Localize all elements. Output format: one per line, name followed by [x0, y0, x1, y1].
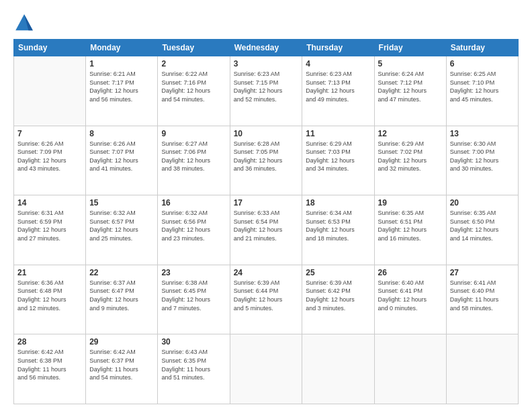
day-number: 19	[378, 198, 443, 208]
day-cell: 18Sunrise: 6:34 AMSunset: 6:53 PMDayligh…	[302, 195, 374, 265]
day-cell: 11Sunrise: 6:29 AMSunset: 7:03 PMDayligh…	[302, 126, 374, 195]
day-info: Sunrise: 6:23 AMSunset: 7:13 PMDaylight:…	[306, 70, 370, 103]
weekday-header-thursday: Thursday	[302, 40, 374, 56]
day-info: Sunrise: 6:33 AMSunset: 6:54 PMDaylight:…	[234, 209, 299, 242]
day-info: Sunrise: 6:29 AMSunset: 7:03 PMDaylight:…	[306, 140, 370, 173]
weekday-header-friday: Friday	[374, 40, 446, 56]
day-number: 13	[450, 129, 515, 138]
day-cell: 7Sunrise: 6:26 AMSunset: 7:09 PMDaylight…	[14, 126, 86, 195]
day-number: 20	[450, 198, 515, 208]
day-number: 2	[161, 59, 226, 68]
day-number: 15	[89, 198, 154, 208]
day-info: Sunrise: 6:37 AMSunset: 6:47 PMDaylight:…	[89, 279, 154, 312]
day-number: 8	[89, 129, 154, 138]
day-info: Sunrise: 6:40 AMSunset: 6:41 PMDaylight:…	[378, 279, 443, 312]
page: SundayMondayTuesdayWednesdayThursdayFrid…	[0, 0, 532, 411]
day-info: Sunrise: 6:41 AMSunset: 6:40 PMDaylight:…	[450, 279, 515, 312]
day-info: Sunrise: 6:26 AMSunset: 7:09 PMDaylight:…	[17, 140, 82, 173]
day-info: Sunrise: 6:26 AMSunset: 7:07 PMDaylight:…	[89, 140, 154, 173]
day-number: 29	[89, 337, 154, 347]
day-number: 24	[234, 268, 299, 277]
weekday-header-tuesday: Tuesday	[158, 40, 230, 56]
day-number: 21	[17, 268, 82, 277]
weekday-header-sunday: Sunday	[14, 40, 86, 56]
day-info: Sunrise: 6:22 AMSunset: 7:16 PMDaylight:…	[161, 70, 226, 103]
day-info: Sunrise: 6:23 AMSunset: 7:15 PMDaylight:…	[234, 70, 299, 103]
day-number: 30	[161, 337, 226, 347]
day-cell: 29Sunrise: 6:42 AMSunset: 6:37 PMDayligh…	[86, 334, 158, 404]
day-number: 25	[306, 268, 370, 277]
day-cell	[14, 56, 86, 126]
day-number: 9	[161, 129, 226, 138]
day-cell: 3Sunrise: 6:23 AMSunset: 7:15 PMDaylight…	[230, 56, 302, 126]
day-cell: 30Sunrise: 6:43 AMSunset: 6:35 PMDayligh…	[158, 334, 230, 404]
day-cell: 15Sunrise: 6:32 AMSunset: 6:57 PMDayligh…	[86, 195, 158, 265]
day-cell: 24Sunrise: 6:39 AMSunset: 6:44 PMDayligh…	[230, 265, 302, 334]
day-number: 18	[306, 198, 370, 208]
day-cell: 12Sunrise: 6:29 AMSunset: 7:02 PMDayligh…	[374, 126, 446, 195]
day-cell: 25Sunrise: 6:39 AMSunset: 6:42 PMDayligh…	[302, 265, 374, 334]
day-number: 14	[17, 198, 82, 208]
day-cell: 14Sunrise: 6:31 AMSunset: 6:59 PMDayligh…	[14, 195, 86, 265]
day-number: 1	[89, 59, 154, 68]
day-number: 27	[450, 268, 515, 277]
weekday-header-wednesday: Wednesday	[230, 40, 302, 56]
day-info: Sunrise: 6:34 AMSunset: 6:53 PMDaylight:…	[306, 209, 370, 242]
day-info: Sunrise: 6:32 AMSunset: 6:57 PMDaylight:…	[89, 209, 154, 242]
day-info: Sunrise: 6:42 AMSunset: 6:37 PMDaylight:…	[89, 348, 154, 381]
day-cell	[446, 334, 518, 404]
day-info: Sunrise: 6:39 AMSunset: 6:42 PMDaylight:…	[306, 279, 370, 312]
day-cell: 6Sunrise: 6:25 AMSunset: 7:10 PMDaylight…	[446, 56, 518, 126]
day-info: Sunrise: 6:35 AMSunset: 6:51 PMDaylight:…	[378, 209, 443, 242]
day-info: Sunrise: 6:30 AMSunset: 7:00 PMDaylight:…	[450, 140, 515, 173]
day-info: Sunrise: 6:31 AMSunset: 6:59 PMDaylight:…	[17, 209, 82, 242]
day-number: 12	[378, 129, 443, 138]
day-cell: 20Sunrise: 6:35 AMSunset: 6:50 PMDayligh…	[446, 195, 518, 265]
day-cell: 21Sunrise: 6:36 AMSunset: 6:48 PMDayligh…	[14, 265, 86, 334]
week-row-2: 14Sunrise: 6:31 AMSunset: 6:59 PMDayligh…	[14, 195, 519, 265]
day-number: 6	[450, 59, 515, 68]
day-number: 11	[306, 129, 370, 138]
day-number: 3	[234, 59, 299, 68]
day-info: Sunrise: 6:43 AMSunset: 6:35 PMDaylight:…	[161, 348, 226, 381]
calendar: SundayMondayTuesdayWednesdayThursdayFrid…	[13, 39, 519, 404]
day-info: Sunrise: 6:27 AMSunset: 7:06 PMDaylight:…	[161, 140, 226, 173]
day-info: Sunrise: 6:42 AMSunset: 6:38 PMDaylight:…	[17, 348, 82, 381]
logo	[13, 12, 38, 34]
day-cell: 2Sunrise: 6:22 AMSunset: 7:16 PMDaylight…	[158, 56, 230, 126]
day-cell: 28Sunrise: 6:42 AMSunset: 6:38 PMDayligh…	[14, 334, 86, 404]
day-cell: 9Sunrise: 6:27 AMSunset: 7:06 PMDaylight…	[158, 126, 230, 195]
day-number: 22	[89, 268, 154, 277]
day-number: 17	[234, 198, 299, 208]
day-cell: 19Sunrise: 6:35 AMSunset: 6:51 PMDayligh…	[374, 195, 446, 265]
logo-icon	[13, 12, 35, 34]
day-cell	[230, 334, 302, 404]
week-row-1: 7Sunrise: 6:26 AMSunset: 7:09 PMDaylight…	[14, 126, 519, 195]
day-cell: 5Sunrise: 6:24 AMSunset: 7:12 PMDaylight…	[374, 56, 446, 126]
day-info: Sunrise: 6:32 AMSunset: 6:56 PMDaylight:…	[161, 209, 226, 242]
day-info: Sunrise: 6:36 AMSunset: 6:48 PMDaylight:…	[17, 279, 82, 312]
day-number: 26	[378, 268, 443, 277]
weekday-header-monday: Monday	[86, 40, 158, 56]
day-cell: 17Sunrise: 6:33 AMSunset: 6:54 PMDayligh…	[230, 195, 302, 265]
day-cell: 26Sunrise: 6:40 AMSunset: 6:41 PMDayligh…	[374, 265, 446, 334]
day-info: Sunrise: 6:35 AMSunset: 6:50 PMDaylight:…	[450, 209, 515, 242]
day-cell: 4Sunrise: 6:23 AMSunset: 7:13 PMDaylight…	[302, 56, 374, 126]
weekday-header-row: SundayMondayTuesdayWednesdayThursdayFrid…	[14, 40, 519, 56]
day-info: Sunrise: 6:29 AMSunset: 7:02 PMDaylight:…	[378, 140, 443, 173]
day-cell: 22Sunrise: 6:37 AMSunset: 6:47 PMDayligh…	[86, 265, 158, 334]
day-info: Sunrise: 6:39 AMSunset: 6:44 PMDaylight:…	[234, 279, 299, 312]
day-info: Sunrise: 6:25 AMSunset: 7:10 PMDaylight:…	[450, 70, 515, 103]
day-info: Sunrise: 6:21 AMSunset: 7:17 PMDaylight:…	[89, 70, 154, 103]
day-cell: 27Sunrise: 6:41 AMSunset: 6:40 PMDayligh…	[446, 265, 518, 334]
day-cell: 10Sunrise: 6:28 AMSunset: 7:05 PMDayligh…	[230, 126, 302, 195]
day-cell: 8Sunrise: 6:26 AMSunset: 7:07 PMDaylight…	[86, 126, 158, 195]
day-cell: 1Sunrise: 6:21 AMSunset: 7:17 PMDaylight…	[86, 56, 158, 126]
day-number: 16	[161, 198, 226, 208]
day-cell: 13Sunrise: 6:30 AMSunset: 7:00 PMDayligh…	[446, 126, 518, 195]
week-row-3: 21Sunrise: 6:36 AMSunset: 6:48 PMDayligh…	[14, 265, 519, 334]
day-info: Sunrise: 6:24 AMSunset: 7:12 PMDaylight:…	[378, 70, 443, 103]
day-number: 28	[17, 337, 82, 347]
day-info: Sunrise: 6:28 AMSunset: 7:05 PMDaylight:…	[234, 140, 299, 173]
day-number: 23	[161, 268, 226, 277]
